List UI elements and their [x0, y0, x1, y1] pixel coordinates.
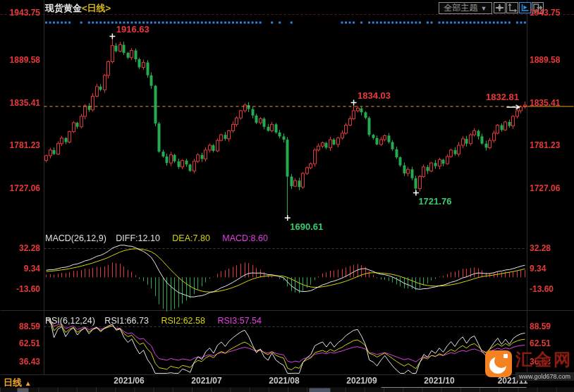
chart-title: 现货黄金<日线>: [45, 2, 111, 15]
chart-scrollbar[interactable]: [0, 386, 574, 392]
rsi-header: RSI(6,12,24) RSI1:66.73 RSI2:62.58 RSI3:…: [45, 316, 262, 326]
macd-dea-value: DEA:7.80: [172, 233, 210, 243]
site-watermark: 汇金网 www.gold678.com: [485, 350, 574, 381]
macd-diff-value: DIFF:12.10: [116, 233, 160, 243]
macd-axis-label: 32.28: [0, 244, 40, 252]
theme-dropdown[interactable]: 全部主题 ▼: [439, 2, 492, 14]
price-annotation: 1721.76: [418, 196, 451, 207]
price-annotation: 1690.61: [290, 221, 323, 232]
rsi-axis-label: 62.51: [530, 339, 551, 348]
rsi3-value: RSI3:57.54: [217, 316, 262, 326]
candlestick-chart-canvas[interactable]: [0, 0, 574, 392]
macd-axis-label: -13.60: [0, 285, 40, 293]
rsi-axis-label: 88.59: [530, 322, 551, 331]
chevron-down-icon: ▼: [481, 5, 487, 12]
x-axis-date: 2021/07: [191, 376, 221, 386]
symbol-name: 现货黄金: [45, 3, 82, 13]
price-annotation: 1832.81: [448, 92, 519, 102]
rsi-axis-label: 36.43: [0, 357, 40, 366]
price-axis-label: 1889.58: [530, 56, 560, 64]
trading-chart-window: { "header": { "symbol": "现货黄金", "timefra…: [0, 0, 574, 392]
site-name: 汇金网: [515, 350, 574, 369]
macd-axis-label: 32.28: [530, 244, 551, 252]
site-url: www.gold678.com: [515, 372, 574, 381]
price-axis-label: 1943.75: [0, 8, 40, 17]
auto-scroll-icon: [520, 4, 530, 12]
axis-scale-button[interactable]: [506, 2, 518, 13]
macd-axis-label: -13.60: [530, 285, 554, 293]
theme-dropdown-label: 全部主题: [444, 2, 478, 14]
x-axis-date: 2021/08: [269, 376, 299, 386]
price-axis-label: 1727.06: [0, 184, 40, 192]
huijin-logo-icon: [485, 350, 512, 377]
macd-axis-label: 9.34: [0, 264, 40, 273]
x-axis-date: 2021/10: [424, 376, 454, 386]
axis-scale-icon: [508, 4, 517, 12]
x-axis-date: 2021/06: [114, 376, 144, 386]
x-axis-date: 2021/09: [346, 376, 377, 386]
price-annotation: 1834.03: [358, 90, 391, 101]
price-axis-label: 1781.23: [530, 141, 560, 149]
price-annotation: 1916.63: [116, 24, 149, 35]
rsi-axis-label: 88.59: [0, 322, 40, 331]
macd-header: MACD(26,12,9) DIFF:12.10 DEA:7.80 MACD:8…: [45, 233, 268, 243]
price-axis-label: 1943.75: [530, 8, 560, 17]
pan-tool-button[interactable]: [494, 2, 506, 13]
price-axis-label: 1835.41: [530, 99, 560, 107]
rsi-params-label: RSI(6,12,24): [45, 316, 95, 326]
macd-axis-label: 9.34: [530, 264, 546, 273]
pan-tool-icon: [495, 4, 504, 12]
macd-params-label: MACD(26,12,9): [45, 233, 106, 243]
price-axis-label: 1727.06: [530, 184, 560, 192]
rsi2-value: RSI2:62.58: [161, 316, 205, 326]
price-axis-label: 1781.23: [0, 141, 40, 149]
rsi-axis-label: 62.51: [0, 339, 40, 348]
price-axis-label: 1835.41: [0, 99, 40, 107]
timeframe-tag: <日线>: [82, 3, 111, 13]
price-axis-label: 1889.58: [0, 56, 40, 64]
rsi1-value: RSI1:66.73: [104, 316, 149, 326]
macd-macd-value: MACD:8.60: [222, 233, 268, 243]
